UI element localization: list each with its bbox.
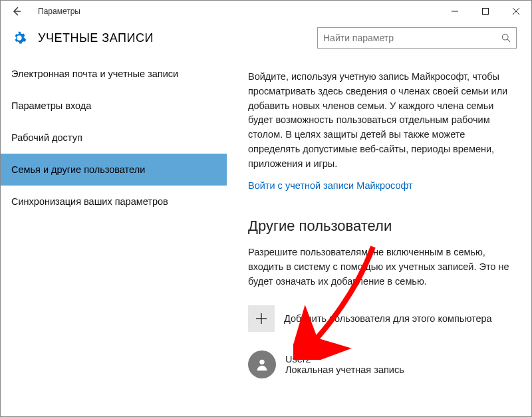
maximize-icon [482,8,489,15]
search-input[interactable] [323,33,501,43]
sidebar-item-label: Электронная почта и учетные записи [11,69,178,79]
sidebar-item-sync-settings[interactable]: Синхронизация ваших параметров [1,186,227,217]
maximize-button[interactable] [470,1,501,22]
gear-icon [11,30,27,46]
sidebar-item-label: Рабочий доступ [11,132,82,143]
back-button[interactable] [6,1,27,22]
add-user-button[interactable]: Добавить пользователя для этого компьюте… [248,305,510,332]
svg-line-6 [507,39,510,42]
main-content: Войдите, используя учетную запись Майкро… [227,54,531,416]
close-icon [513,8,519,15]
search-icon [501,33,511,43]
user-name: User2 [285,354,404,364]
arrow-left-icon [11,6,22,17]
sidebar-item-label: Параметры входа [11,100,91,111]
titlebar: Параметры [1,1,531,22]
sidebar-item-email-accounts[interactable]: Электронная почта и учетные записи [1,58,227,90]
search-box[interactable] [317,27,517,49]
window-title: Параметры [38,7,80,16]
plus-icon [248,305,275,332]
sidebar-item-family-other-users[interactable]: Семья и другие пользователи [1,154,227,186]
sidebar-item-signin-options[interactable]: Параметры входа [1,90,227,122]
svg-point-9 [259,359,264,364]
user-avatar-icon [248,350,276,378]
minimize-button[interactable] [440,1,470,22]
user-info: User2 Локальная учетная запись [285,354,404,375]
sidebar-item-label: Семья и другие пользователи [11,164,145,175]
header: УЧЕТНЫЕ ЗАПИСИ [1,22,531,54]
user-account-row[interactable]: User2 Локальная учетная запись [248,350,510,378]
minimize-icon [452,8,458,15]
sidebar: Электронная почта и учетные записи Парам… [1,54,227,416]
close-button[interactable] [501,1,531,22]
svg-point-5 [502,34,508,40]
sidebar-item-label: Синхронизация ваших параметров [11,196,168,207]
sidebar-item-work-access[interactable]: Рабочий доступ [1,122,227,154]
svg-rect-2 [483,9,489,15]
other-users-text: Разрешите пользователям, не включенным в… [248,245,510,289]
signin-microsoft-link[interactable]: Войти с учетной записи Майкрософт [248,180,413,191]
user-account-type: Локальная учетная запись [285,364,404,375]
family-intro-text: Войдите, используя учетную запись Майкро… [248,70,510,171]
other-users-heading: Другие пользователи [248,217,510,235]
add-user-label: Добавить пользователя для этого компьюте… [284,313,492,324]
page-title: УЧЕТНЫЕ ЗАПИСИ [38,31,154,45]
